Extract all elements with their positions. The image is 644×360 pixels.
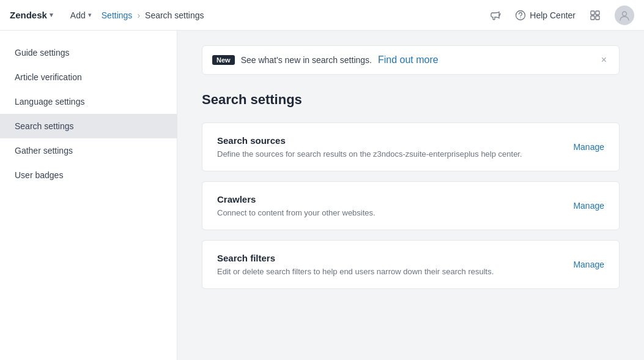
add-menu[interactable]: Add ▾ — [63, 10, 99, 20]
crawlers-body: Crawlers Connect to content from your ot… — [217, 194, 376, 217]
avatar[interactable] — [615, 6, 634, 25]
svg-rect-2 — [591, 11, 594, 15]
sidebar-item-gather-settings[interactable]: Gather settings — [0, 138, 177, 163]
crawlers-title: Crawlers — [217, 194, 376, 204]
brand-chevron-icon: ▾ — [50, 11, 53, 19]
sidebar-item-article-verification[interactable]: Article verification — [0, 65, 177, 89]
search-sources-card: Search sources Define the sources for se… — [202, 122, 620, 171]
search-sources-desc: Define the sources for search results on… — [217, 149, 522, 159]
banner-close-button[interactable]: × — [599, 54, 609, 66]
page-title: Search settings — [202, 92, 620, 108]
svg-point-6 — [623, 12, 627, 16]
breadcrumb-current: Search settings — [145, 10, 204, 20]
new-banner: New See what's new in search settings. F… — [202, 45, 620, 75]
crawlers-desc: Connect to content from your other websi… — [217, 208, 376, 217]
svg-rect-5 — [596, 16, 599, 20]
find-out-more-link[interactable]: Find out more — [378, 54, 439, 66]
grid-icon[interactable] — [585, 6, 605, 25]
breadcrumb-separator: › — [137, 10, 140, 20]
svg-rect-3 — [596, 11, 599, 15]
breadcrumb-settings-link[interactable]: Settings — [102, 10, 133, 20]
add-chevron-icon: ▾ — [88, 11, 92, 19]
search-filters-title: Search filters — [217, 253, 494, 263]
crawlers-manage-button[interactable]: Manage — [573, 201, 604, 211]
svg-point-1 — [520, 17, 521, 18]
new-badge: New — [212, 55, 235, 65]
crawlers-card: Crawlers Connect to content from your ot… — [202, 181, 620, 230]
breadcrumb: Settings › Search settings — [99, 10, 204, 20]
search-filters-body: Search filters Edit or delete search fil… — [217, 253, 494, 276]
brand-label: Zendesk — [10, 10, 47, 20]
topnav: Zendesk ▾ Add ▾ Settings › Search settin… — [0, 0, 644, 31]
search-filters-desc: Edit or delete search filters to help en… — [217, 267, 494, 276]
search-sources-body: Search sources Define the sources for se… — [217, 135, 522, 159]
sidebar-item-user-badges[interactable]: User badges — [0, 163, 177, 187]
search-sources-manage-button[interactable]: Manage — [573, 142, 604, 152]
svg-rect-4 — [591, 16, 594, 20]
search-filters-manage-button[interactable]: Manage — [573, 260, 604, 269]
banner-text: See what's new in search settings. — [241, 55, 372, 65]
search-filters-card: Search filters Edit or delete search fil… — [202, 240, 620, 289]
sidebar-item-search-settings[interactable]: Search settings — [0, 114, 177, 138]
main-content: New See what's new in search settings. F… — [177, 31, 644, 360]
banner-content: New See what's new in search settings. F… — [212, 54, 439, 66]
sidebar: Guide settings Article verification Lang… — [0, 31, 177, 360]
layout: Guide settings Article verification Lang… — [0, 31, 644, 360]
help-center-label: Help Center — [530, 10, 576, 20]
sidebar-item-guide-settings[interactable]: Guide settings — [0, 40, 177, 65]
topnav-right: Help Center — [486, 6, 634, 25]
sidebar-item-language-settings[interactable]: Language settings — [0, 89, 177, 114]
brand-link[interactable]: Zendesk ▾ — [10, 10, 63, 20]
search-sources-title: Search sources — [217, 135, 522, 146]
svg-point-0 — [516, 10, 525, 20]
add-label: Add — [70, 10, 86, 20]
help-center-link[interactable]: Help Center — [515, 10, 576, 21]
megaphone-icon[interactable] — [486, 6, 505, 25]
